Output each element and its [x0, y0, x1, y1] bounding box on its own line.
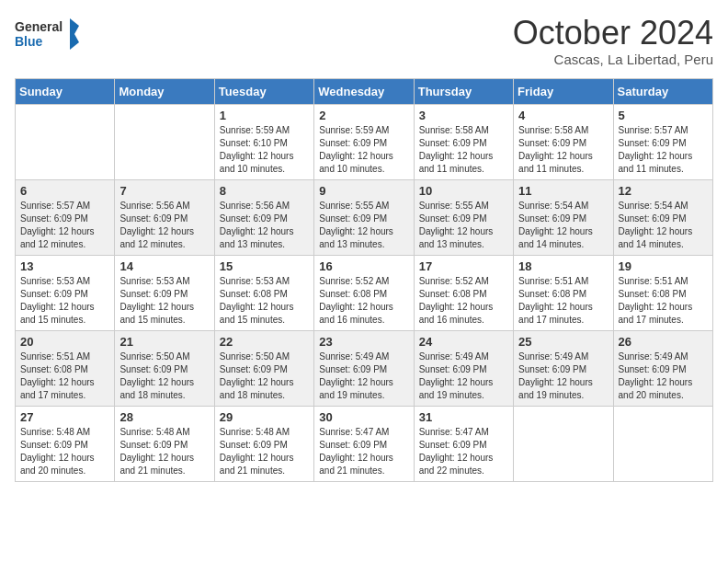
calendar-day-23: 23Sunrise: 5:49 AM Sunset: 6:09 PM Dayli… [314, 330, 414, 406]
day-info: Sunrise: 5:49 AM Sunset: 6:09 PM Dayligh… [319, 350, 408, 402]
calendar-day-11: 11Sunrise: 5:54 AM Sunset: 6:09 PM Dayli… [514, 179, 613, 255]
day-number: 21 [119, 335, 209, 349]
day-number: 17 [419, 259, 508, 273]
calendar-day-17: 17Sunrise: 5:52 AM Sunset: 6:08 PM Dayli… [414, 255, 513, 330]
calendar-day-6: 6Sunrise: 5:57 AM Sunset: 6:09 PM Daylig… [16, 179, 115, 255]
calendar-empty-cell [115, 104, 214, 179]
day-info: Sunrise: 5:47 AM Sunset: 6:09 PM Dayligh… [419, 426, 508, 477]
day-number: 27 [20, 410, 109, 424]
calendar-day-28: 28Sunrise: 5:48 AM Sunset: 6:09 PM Dayli… [115, 406, 214, 481]
calendar-day-20: 20Sunrise: 5:51 AM Sunset: 6:08 PM Dayli… [16, 330, 115, 406]
day-number: 18 [518, 259, 608, 273]
day-info: Sunrise: 5:58 AM Sunset: 6:09 PM Dayligh… [419, 124, 508, 176]
day-info: Sunrise: 5:55 AM Sunset: 6:09 PM Dayligh… [419, 200, 508, 251]
weekday-header-sunday: Sunday [16, 78, 115, 104]
logo-svg: General Blue [15, 15, 79, 53]
svg-text:General: General [15, 19, 63, 34]
weekday-header-thursday: Thursday [414, 78, 513, 104]
page-header: General Blue October 2024 Cascas, La Lib… [15, 15, 713, 67]
calendar-day-3: 3Sunrise: 5:58 AM Sunset: 6:09 PM Daylig… [414, 104, 513, 179]
day-info: Sunrise: 5:50 AM Sunset: 6:09 PM Dayligh… [220, 350, 309, 402]
day-info: Sunrise: 5:52 AM Sunset: 6:08 PM Dayligh… [319, 275, 408, 327]
calendar-day-21: 21Sunrise: 5:50 AM Sunset: 6:09 PM Dayli… [115, 330, 214, 406]
calendar-day-9: 9Sunrise: 5:55 AM Sunset: 6:09 PM Daylig… [314, 179, 414, 255]
day-number: 22 [220, 335, 309, 349]
calendar: SundayMondayTuesdayWednesdayThursdayFrid… [15, 78, 713, 482]
calendar-day-27: 27Sunrise: 5:48 AM Sunset: 6:09 PM Dayli… [16, 406, 115, 481]
day-number: 6 [20, 184, 109, 198]
weekday-header-tuesday: Tuesday [214, 78, 313, 104]
calendar-day-29: 29Sunrise: 5:48 AM Sunset: 6:09 PM Dayli… [214, 406, 313, 481]
logo: General Blue [15, 15, 79, 53]
day-number: 9 [319, 184, 408, 198]
calendar-day-13: 13Sunrise: 5:53 AM Sunset: 6:09 PM Dayli… [16, 255, 115, 330]
calendar-day-1: 1Sunrise: 5:59 AM Sunset: 6:10 PM Daylig… [214, 104, 313, 179]
calendar-week-row: 6Sunrise: 5:57 AM Sunset: 6:09 PM Daylig… [16, 179, 713, 255]
calendar-day-2: 2Sunrise: 5:59 AM Sunset: 6:09 PM Daylig… [314, 104, 414, 179]
day-number: 16 [319, 259, 408, 273]
day-info: Sunrise: 5:59 AM Sunset: 6:09 PM Dayligh… [319, 124, 408, 176]
day-info: Sunrise: 5:51 AM Sunset: 6:08 PM Dayligh… [619, 275, 708, 327]
day-number: 8 [220, 184, 309, 198]
day-info: Sunrise: 5:54 AM Sunset: 6:09 PM Dayligh… [619, 200, 708, 251]
calendar-day-18: 18Sunrise: 5:51 AM Sunset: 6:08 PM Dayli… [514, 255, 613, 330]
calendar-day-16: 16Sunrise: 5:52 AM Sunset: 6:08 PM Dayli… [314, 255, 414, 330]
calendar-day-25: 25Sunrise: 5:49 AM Sunset: 6:09 PM Dayli… [514, 330, 613, 406]
day-info: Sunrise: 5:56 AM Sunset: 6:09 PM Dayligh… [220, 200, 309, 251]
calendar-day-12: 12Sunrise: 5:54 AM Sunset: 6:09 PM Dayli… [613, 179, 712, 255]
day-info: Sunrise: 5:55 AM Sunset: 6:09 PM Dayligh… [319, 200, 408, 251]
day-info: Sunrise: 5:51 AM Sunset: 6:08 PM Dayligh… [20, 350, 109, 402]
weekday-header-wednesday: Wednesday [314, 78, 414, 104]
day-number: 28 [119, 410, 209, 424]
day-info: Sunrise: 5:57 AM Sunset: 6:09 PM Dayligh… [20, 200, 109, 251]
calendar-week-row: 1Sunrise: 5:59 AM Sunset: 6:10 PM Daylig… [16, 104, 713, 179]
day-info: Sunrise: 5:48 AM Sunset: 6:09 PM Dayligh… [220, 426, 309, 477]
day-number: 2 [319, 109, 408, 122]
day-info: Sunrise: 5:53 AM Sunset: 6:09 PM Dayligh… [119, 275, 209, 327]
calendar-day-14: 14Sunrise: 5:53 AM Sunset: 6:09 PM Dayli… [115, 255, 214, 330]
month-title: October 2024 [513, 15, 713, 52]
day-info: Sunrise: 5:56 AM Sunset: 6:09 PM Dayligh… [119, 200, 209, 251]
day-info: Sunrise: 5:48 AM Sunset: 6:09 PM Dayligh… [119, 426, 209, 477]
calendar-week-row: 13Sunrise: 5:53 AM Sunset: 6:09 PM Dayli… [16, 255, 713, 330]
day-info: Sunrise: 5:59 AM Sunset: 6:10 PM Dayligh… [220, 124, 309, 176]
weekday-header-row: SundayMondayTuesdayWednesdayThursdayFrid… [16, 78, 713, 104]
day-number: 3 [419, 109, 508, 122]
day-number: 12 [619, 184, 708, 198]
day-number: 4 [518, 109, 608, 122]
calendar-week-row: 20Sunrise: 5:51 AM Sunset: 6:08 PM Dayli… [16, 330, 713, 406]
day-number: 31 [419, 410, 508, 424]
calendar-empty-cell [514, 406, 613, 481]
day-number: 15 [220, 259, 309, 273]
day-number: 23 [319, 335, 408, 349]
calendar-day-31: 31Sunrise: 5:47 AM Sunset: 6:09 PM Dayli… [414, 406, 513, 481]
calendar-day-19: 19Sunrise: 5:51 AM Sunset: 6:08 PM Dayli… [613, 255, 712, 330]
day-number: 26 [619, 335, 708, 349]
svg-marker-2 [70, 18, 79, 50]
day-number: 10 [419, 184, 508, 198]
day-number: 1 [220, 109, 309, 122]
calendar-day-5: 5Sunrise: 5:57 AM Sunset: 6:09 PM Daylig… [613, 104, 712, 179]
calendar-empty-cell [613, 406, 712, 481]
day-number: 30 [319, 410, 408, 424]
title-block: October 2024 Cascas, La Libertad, Peru [513, 15, 713, 67]
day-info: Sunrise: 5:49 AM Sunset: 6:09 PM Dayligh… [419, 350, 508, 402]
calendar-day-15: 15Sunrise: 5:53 AM Sunset: 6:08 PM Dayli… [214, 255, 313, 330]
day-info: Sunrise: 5:49 AM Sunset: 6:09 PM Dayligh… [518, 350, 608, 402]
day-info: Sunrise: 5:49 AM Sunset: 6:09 PM Dayligh… [619, 350, 708, 402]
day-info: Sunrise: 5:53 AM Sunset: 6:08 PM Dayligh… [220, 275, 309, 327]
weekday-header-monday: Monday [115, 78, 214, 104]
weekday-header-friday: Friday [514, 78, 613, 104]
day-number: 14 [119, 259, 209, 273]
calendar-day-4: 4Sunrise: 5:58 AM Sunset: 6:09 PM Daylig… [514, 104, 613, 179]
calendar-day-7: 7Sunrise: 5:56 AM Sunset: 6:09 PM Daylig… [115, 179, 214, 255]
day-number: 25 [518, 335, 608, 349]
calendar-day-26: 26Sunrise: 5:49 AM Sunset: 6:09 PM Dayli… [613, 330, 712, 406]
calendar-week-row: 27Sunrise: 5:48 AM Sunset: 6:09 PM Dayli… [16, 406, 713, 481]
weekday-header-saturday: Saturday [613, 78, 712, 104]
day-number: 20 [20, 335, 109, 349]
day-info: Sunrise: 5:54 AM Sunset: 6:09 PM Dayligh… [518, 200, 608, 251]
day-info: Sunrise: 5:47 AM Sunset: 6:09 PM Dayligh… [319, 426, 408, 477]
calendar-day-24: 24Sunrise: 5:49 AM Sunset: 6:09 PM Dayli… [414, 330, 513, 406]
calendar-day-8: 8Sunrise: 5:56 AM Sunset: 6:09 PM Daylig… [214, 179, 313, 255]
